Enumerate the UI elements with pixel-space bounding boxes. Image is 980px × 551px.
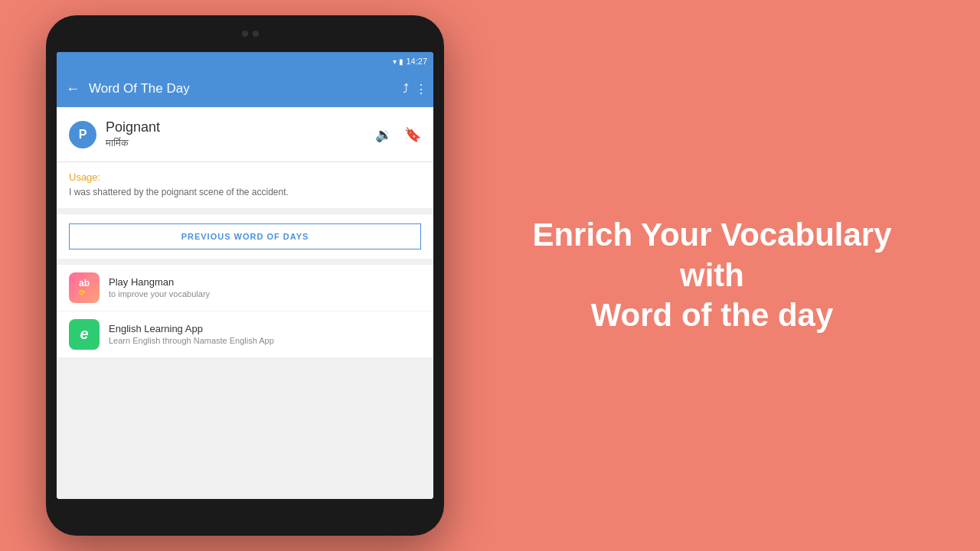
promo-english[interactable]: e English Learning App Learn English thr… — [57, 311, 433, 358]
word-actions: 🔉 🔖 — [375, 126, 421, 143]
tagline-line2: Word of the day — [591, 297, 834, 333]
previous-word-button[interactable]: PREVIOUS WORD OF DAYS — [69, 223, 421, 249]
hangman-text: Play Hangman to improve your vocabulary — [109, 276, 210, 298]
screen-content: P Poignant मार्मिक 🔉 🔖 Usage: I was shat… — [57, 107, 433, 499]
back-icon: ← — [66, 81, 80, 97]
app-bar-actions: ⤴ ⋮ — [403, 82, 427, 96]
usage-section: Usage: I was shattered by the poignant s… — [57, 162, 433, 208]
tagline-text: Enrich Your Vocabulary with Word of the … — [521, 215, 903, 336]
prev-btn-container: PREVIOUS WORD OF DAYS — [57, 214, 433, 259]
status-bar: ▾ ▮ 14:27 — [57, 52, 433, 70]
tagline-line1: Enrich Your Vocabulary with — [532, 217, 891, 293]
phone-screen: ▾ ▮ 14:27 ← Word Of The Day ⤴ ⋮ P — [57, 52, 433, 499]
word-translation: मार्मिक — [106, 137, 366, 149]
status-icons: ▾ ▮ 14:27 — [393, 57, 427, 66]
word-info: Poignant मार्मिक — [106, 119, 366, 149]
battery-icon: ▮ — [399, 57, 403, 66]
hangman-icon-text: ab⟳ — [79, 279, 90, 297]
word-title: Poignant — [106, 119, 366, 135]
sound-icon[interactable]: 🔉 — [375, 126, 392, 143]
tagline-section: Enrich Your Vocabulary with Word of the … — [444, 184, 980, 367]
promo-section: ab⟳ Play Hangman to improve your vocabul… — [57, 265, 433, 358]
english-icon-text: e — [80, 325, 88, 343]
phone-device: ▾ ▮ 14:27 ← Word Of The Day ⤴ ⋮ P — [46, 15, 444, 536]
english-subtitle: Learn English through Namaste English Ap… — [109, 336, 274, 345]
word-header: P Poignant मार्मिक 🔉 🔖 — [69, 119, 421, 149]
promo-hangman[interactable]: ab⟳ Play Hangman to improve your vocabul… — [57, 265, 433, 311]
english-text: English Learning App Learn English throu… — [109, 323, 274, 345]
more-icon[interactable]: ⋮ — [415, 82, 427, 96]
back-button[interactable]: ← — [63, 78, 83, 100]
usage-label: Usage: — [69, 171, 421, 183]
app-bar-title: Word Of The Day — [89, 81, 397, 96]
hangman-subtitle: to improve your vocabulary — [109, 289, 210, 298]
status-time: 14:27 — [406, 57, 427, 66]
app-bar: ← Word Of The Day ⤴ ⋮ — [57, 70, 433, 107]
english-icon: e — [69, 319, 100, 350]
wifi-icon: ▾ — [393, 57, 397, 66]
bookmark-icon[interactable]: 🔖 — [404, 126, 421, 143]
hangman-title: Play Hangman — [109, 276, 210, 288]
word-card: P Poignant मार्मिक 🔉 🔖 — [57, 107, 433, 161]
share-icon[interactable]: ⤴ — [403, 82, 409, 96]
word-avatar: P — [69, 121, 96, 148]
usage-text: I was shattered by the poignant scene of… — [69, 186, 421, 199]
hangman-icon: ab⟳ — [69, 272, 100, 303]
english-title: English Learning App — [109, 323, 274, 334]
